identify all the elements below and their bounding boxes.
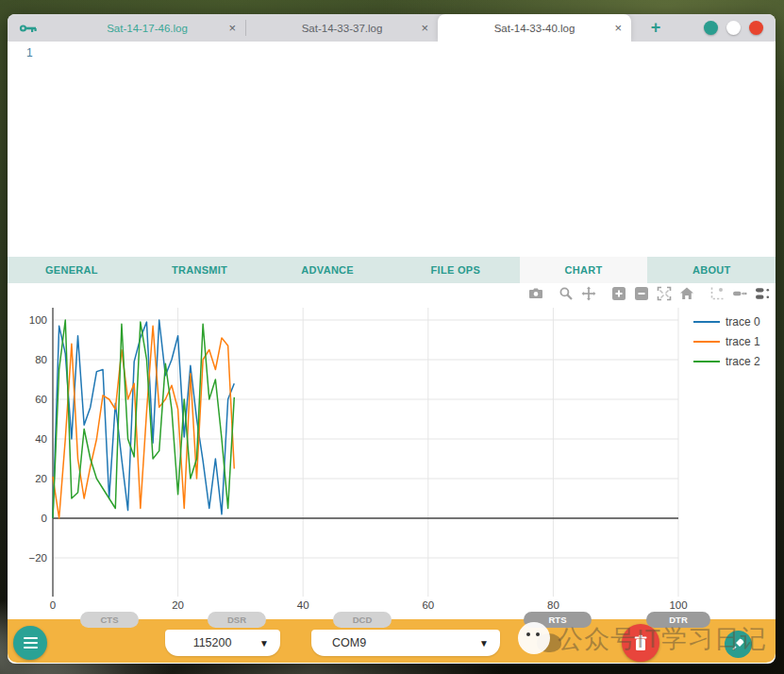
close-icon[interactable]: × [228,22,236,34]
y-tick-label: 60 [35,394,47,405]
nav-tab-advance[interactable]: ADVANCE [263,257,392,283]
tab-log-3-active[interactable]: Sat-14-33-40.log × [438,14,631,42]
tab-log-1[interactable]: Sat-14-17-46.log × [49,14,245,42]
chevron-down-icon: ▼ [259,638,269,649]
signal-pill-dtr[interactable]: DTR [646,612,710,628]
desktop-background: Sat-14-17-46.log × Sat-14-33-37.log × Sa… [0,0,784,674]
chevron-down-icon: ▼ [479,638,489,649]
baud-rate-value: 115200 [165,636,259,649]
y-tick-label: −20 [28,552,47,564]
chart-panel: −20020406080100020406080100 trace 0trace… [8,283,776,619]
legend-label: trace 0 [726,315,760,329]
tab-log-2[interactable]: Sat-14-33-37.log × [246,14,438,42]
nav-tab-general[interactable]: GENERAL [8,257,136,283]
y-tick-label: 0 [42,513,47,524]
trash-icon [633,634,648,651]
section-nav: GENERALTRANSMITADVANCEFILE OPSCHARTABOUT [8,257,776,283]
com-port-select[interactable]: COM9 ▼ [311,630,500,656]
plug-icon [731,637,745,651]
line-chart[interactable]: −20020406080100020406080100 [8,283,776,619]
close-window-button[interactable] [749,21,763,35]
tab-label: Sat-14-33-40.log [494,23,575,34]
key-icon [19,23,38,34]
legend-swatch [693,341,720,343]
x-tick-label: 20 [172,599,184,611]
legend-label: trace 1 [726,335,760,348]
y-tick-label: 20 [35,473,47,484]
clear-button[interactable] [622,624,659,662]
legend-item-trace-0[interactable]: trace 0 [693,315,760,329]
nav-tab-chart[interactable]: CHART [520,257,648,283]
legend-item-trace-2[interactable]: trace 2 [693,355,760,368]
file-tab-bar: Sat-14-17-46.log × Sat-14-33-37.log × Sa… [8,14,776,42]
signal-pill-cts[interactable]: CTS [80,612,139,628]
maximize-button[interactable] [726,21,741,35]
close-icon[interactable]: × [614,22,622,34]
com-port-value: COM9 [311,636,479,649]
menu-button[interactable] [13,626,47,660]
serial-tool-window: Sat-14-17-46.log × Sat-14-33-37.log × Sa… [8,14,776,664]
x-tick-label: 0 [50,599,56,611]
window-controls [704,14,763,42]
baud-rate-select[interactable]: 115200 ▼ [165,630,280,656]
tab-label: Sat-14-33-37.log [302,23,383,34]
minimize-button[interactable] [704,21,718,35]
trace-line-trace-0 [53,320,234,518]
chart-legend: trace 0trace 1trace 2 [693,315,760,368]
legend-item-trace-1[interactable]: trace 1 [693,335,760,348]
y-tick-label: 100 [29,314,47,326]
signal-pill-dsr[interactable]: DSR [208,612,266,628]
x-tick-label: 80 [547,599,559,611]
y-tick-label: 40 [35,433,47,445]
close-icon[interactable]: × [421,22,428,34]
legend-swatch [693,321,720,323]
nav-tab-transmit[interactable]: TRANSMIT [136,257,264,283]
nav-tab-file-ops[interactable]: FILE OPS [392,257,520,283]
nav-tab-about[interactable]: ABOUT [647,257,776,283]
x-tick-label: 100 [669,599,687,611]
signal-pill-dcd[interactable]: DCD [333,612,392,628]
y-tick-label: 80 [35,354,47,365]
log-editor[interactable]: 1 [8,42,776,257]
line-number: 1 [26,46,33,59]
x-tick-label: 40 [297,599,309,611]
add-tab-button[interactable]: + [631,14,680,42]
signal-pill-rts[interactable]: RTS [524,612,592,628]
key-button[interactable] [8,14,49,42]
hamburger-icon [24,637,38,639]
connect-button[interactable] [725,631,752,658]
tab-label: Sat-14-17-46.log [107,23,188,34]
x-tick-label: 60 [422,599,434,611]
legend-label: trace 2 [726,355,760,368]
legend-swatch [693,361,720,362]
